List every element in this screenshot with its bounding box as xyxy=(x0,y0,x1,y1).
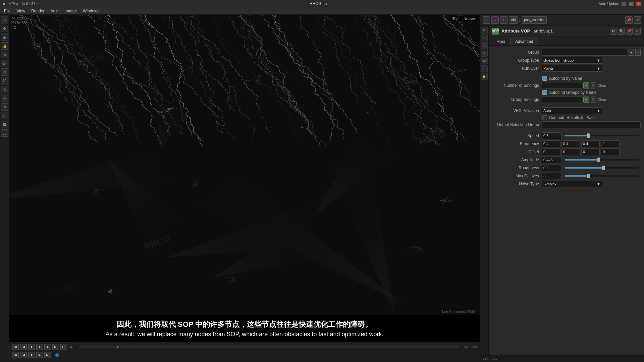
max-octaves-thumb[interactable] xyxy=(587,174,590,178)
sidebar-icon-4[interactable]: 🔒 xyxy=(1,42,8,50)
rp-expand-btn[interactable]: ⤢ xyxy=(634,16,641,24)
group-bindings-clear-btn[interactable]: 0 xyxy=(591,97,596,103)
sidebar-icon-14[interactable]: ⛶ xyxy=(1,129,8,137)
play-btn-2[interactable]: ▶ xyxy=(36,352,43,358)
group-bindings-add-btn[interactable]: + xyxy=(583,97,589,103)
speed-value[interactable]: 0.3 xyxy=(542,132,562,139)
sidebar-icon-6[interactable]: ▷ xyxy=(1,60,8,67)
sidebar-icon-7[interactable]: ⊡ xyxy=(1,68,8,76)
sidebar-icon-13[interactable]: 🖼 xyxy=(1,121,8,128)
sidebar-icon-11[interactable]: ⊕ xyxy=(1,103,8,111)
menu-render[interactable]: Render xyxy=(29,8,47,14)
sidebar-icon-10[interactable]: ⬡ xyxy=(1,95,8,102)
rp-icon-3[interactable]: ⬡ xyxy=(481,42,488,49)
max-octaves-value[interactable]: 3 xyxy=(542,173,562,179)
prev-frame-btn[interactable]: ◀ xyxy=(20,344,27,350)
group-dropdown-btn[interactable]: ▼ xyxy=(629,49,634,56)
close-button[interactable]: ✕ xyxy=(636,1,641,6)
rp-obj-btn[interactable]: obj xyxy=(509,16,518,24)
run-over-dropdown[interactable]: Points ▼ xyxy=(542,65,602,72)
group-input[interactable] xyxy=(542,49,627,56)
next-frame-btn[interactable]: ▶| xyxy=(52,344,59,350)
rp-forward-btn[interactable]: → xyxy=(491,16,499,24)
stop-btn-2[interactable]: ■ xyxy=(28,352,35,358)
node-expand-btn[interactable]: ⤢ xyxy=(634,28,641,35)
minimize-button[interactable]: _ xyxy=(621,1,627,6)
skip-end-btn[interactable]: ⏭ xyxy=(60,344,67,350)
speed-slider[interactable] xyxy=(565,135,639,136)
num-bindings-clear-text[interactable]: Clear xyxy=(597,83,606,87)
menu-image[interactable]: Image xyxy=(63,8,79,14)
run-over-value: Points xyxy=(543,66,554,70)
freq-w[interactable]: 1 xyxy=(601,140,620,147)
sidebar-icon-8[interactable]: 12 xyxy=(1,77,8,84)
offset-w[interactable]: 0 xyxy=(601,148,620,155)
timeline-track[interactable] xyxy=(79,346,459,348)
menu-view[interactable]: View xyxy=(14,8,28,14)
compute-results-checkbox[interactable] xyxy=(542,115,547,120)
amplitude-slider[interactable] xyxy=(565,159,639,161)
autobind-checkbox[interactable]: ✓ xyxy=(542,76,547,81)
menu-windows[interactable]: Windows xyxy=(80,8,102,14)
transport-bar: ⏮ ◀ ■ ⏸ ▶ ▶| ⏭ 24 746 720 ⏮ ◀ ■ ▶ ▶| xyxy=(9,342,480,362)
amplitude-value[interactable]: 0.445 xyxy=(542,157,562,163)
rp-up-btn[interactable]: ↑ xyxy=(500,16,507,24)
viewport-inner[interactable]: ip-01:26:17 2517x1853 fr C Top | No cam … xyxy=(9,15,480,315)
num-bindings-clear-btn[interactable]: 0 xyxy=(591,82,596,88)
freq-z[interactable]: 0.4 xyxy=(581,140,600,147)
offset-z[interactable]: 0 xyxy=(581,148,600,155)
sidebar-icon-9[interactable]: ✎ xyxy=(1,86,8,93)
roughness-value[interactable]: 0.5 xyxy=(542,165,562,171)
rp-pin-btn[interactable]: 📌 xyxy=(625,16,633,24)
node-settings-btn[interactable]: ⚙ xyxy=(610,28,616,35)
menu-file[interactable]: File xyxy=(1,8,13,14)
roughness-thumb[interactable] xyxy=(602,166,605,170)
node-search-btn[interactable]: 🔍 xyxy=(618,28,625,35)
pause-btn[interactable]: ⏸ xyxy=(36,344,43,350)
num-bindings-input[interactable] xyxy=(542,82,582,89)
menu-anim[interactable]: Anim xyxy=(48,8,62,14)
next-btn-2[interactable]: ▶| xyxy=(44,352,51,358)
amplitude-thumb[interactable] xyxy=(597,158,600,162)
maximize-button[interactable]: □ xyxy=(629,1,634,6)
group-bindings-input[interactable] xyxy=(542,96,582,103)
offset-y[interactable]: 0 xyxy=(561,148,580,155)
sidebar-icon-1[interactable]: ⊞ xyxy=(1,16,8,23)
noise-type-dropdown[interactable]: Simplex ▼ xyxy=(542,181,602,187)
offset-x[interactable]: 0 xyxy=(542,148,560,155)
speed-thumb[interactable] xyxy=(587,133,590,138)
rp-icon-7[interactable]: 🔒 xyxy=(481,73,488,80)
node-pin-btn[interactable]: 📌 xyxy=(626,28,633,35)
skip-start-btn[interactable]: ⏮ xyxy=(12,344,19,350)
prev-btn-2[interactable]: ◀ xyxy=(20,352,27,358)
rp-back-btn[interactable]: ← xyxy=(483,16,490,24)
freq-x[interactable]: 0.4 xyxy=(542,140,560,147)
rp-icon-4[interactable]: ⊙ xyxy=(481,50,488,57)
group-arrow-btn[interactable]: → xyxy=(635,49,641,56)
frame-input[interactable]: 24 xyxy=(68,345,75,349)
stop-btn[interactable]: ■ xyxy=(28,344,35,350)
roughness-slider[interactable] xyxy=(565,167,639,169)
rp-icon-6[interactable]: ◻ xyxy=(481,65,488,72)
group-bindings-clear-text[interactable]: Clear xyxy=(597,98,606,102)
sidebar-icon-3[interactable]: ◉ xyxy=(1,34,8,41)
num-bindings-add-btn[interactable]: + xyxy=(583,82,589,88)
rp-icon-2[interactable]: ? xyxy=(481,35,488,41)
rp-icon-1[interactable]: ⊞ xyxy=(481,27,488,34)
autobind-groups-checkbox[interactable]: ✓ xyxy=(542,90,547,95)
max-octaves-slider[interactable] xyxy=(565,175,639,177)
freq-y[interactable]: 0.4 xyxy=(561,140,580,147)
tab-advanced[interactable]: Advanced xyxy=(510,38,538,45)
sidebar-icon-2[interactable]: ⚙ xyxy=(1,25,8,32)
viewport-overlay-tl: ip-01:26:17 2517x1853 fr C xyxy=(11,16,28,30)
play-btn[interactable]: ▶ xyxy=(44,344,51,350)
rp-pool-btn[interactable]: pool_caustics xyxy=(522,16,547,24)
skip-start-btn-2[interactable]: ⏮ xyxy=(12,352,19,358)
rp-icon-5[interactable]: ⌨ xyxy=(481,58,488,64)
vex-precision-dropdown[interactable]: Auto ▼ xyxy=(542,107,602,114)
sidebar-icon-12[interactable]: abc xyxy=(1,112,8,119)
group-type-dropdown[interactable]: Guess from Group ▼ xyxy=(542,57,602,64)
tab-main[interactable]: Main xyxy=(491,38,510,45)
output-sel-input[interactable] xyxy=(542,121,641,128)
sidebar-icon-5[interactable]: ✕ xyxy=(1,51,8,58)
